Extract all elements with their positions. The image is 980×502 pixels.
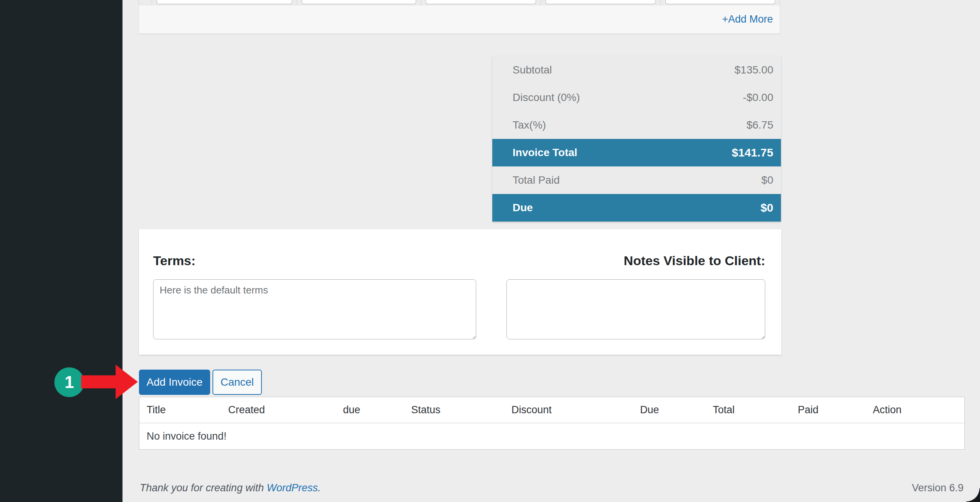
totals-value: $135.00: [735, 64, 773, 76]
add-more-link[interactable]: +Add More: [722, 13, 773, 25]
step-badge: 1: [54, 367, 84, 397]
item-input-remnant: [665, 0, 775, 4]
column-header-action: Action: [866, 404, 964, 416]
totals-label: Discount (0%): [513, 91, 580, 104]
column-header-paid: Paid: [791, 404, 866, 416]
item-input-remnant: [302, 0, 416, 4]
column-header-total: Total: [706, 404, 791, 416]
column-header-title: Title: [139, 404, 221, 416]
column-header-due-date: due: [336, 404, 404, 416]
totals-label: Due: [513, 202, 533, 214]
totals-row-due: Due $0: [492, 194, 781, 222]
totals-label: Tax(%): [513, 119, 546, 131]
item-cell-remnant: [421, 0, 541, 5]
item-input-remnant: [426, 0, 536, 4]
notes-textarea[interactable]: [506, 279, 765, 339]
totals-row-discount: Discount (0%) -$0.00: [492, 84, 781, 111]
invoice-list-table: Title Created due Status Discount Due To…: [139, 397, 965, 450]
item-row-remnant: [139, 0, 780, 5]
terms-textarea[interactable]: Here is the default terms: [153, 279, 476, 339]
item-cell-remnant: [139, 0, 152, 5]
version-text: Version 6.9: [912, 482, 964, 494]
totals-value: $6.75: [746, 119, 773, 131]
terms-heading: Terms:: [153, 253, 196, 268]
item-cell-remnant: [297, 0, 421, 5]
totals-label: Subtotal: [513, 64, 552, 76]
annotation-arrow-icon: [81, 363, 139, 400]
notes-heading: Notes Visible to Client:: [624, 253, 765, 268]
totals-value: -$0.00: [743, 91, 773, 104]
totals-label: Invoice Total: [513, 147, 577, 159]
totals-value: $0: [761, 201, 773, 214]
terms-notes-card: Terms: Notes Visible to Client: Here is …: [139, 229, 781, 355]
item-cell-remnant: [152, 0, 297, 5]
footer-thanks-text: Thank you for creating with WordPress.: [140, 482, 321, 494]
totals-row-total-paid: Total Paid $0: [492, 166, 781, 194]
column-header-discount: Discount: [504, 404, 633, 416]
invoice-table-empty-row: No invoice found!: [139, 423, 964, 449]
column-header-status: Status: [404, 404, 504, 416]
empty-message: No invoice found!: [147, 430, 227, 442]
thanks-suffix: .: [318, 482, 321, 494]
item-cell-remnant: [661, 0, 780, 5]
invoice-table-header-row: Title Created due Status Discount Due To…: [139, 397, 964, 423]
totals-row-tax: Tax(%) $6.75: [492, 111, 781, 139]
totals-value: $141.75: [732, 146, 773, 159]
totals-value: $0: [761, 174, 773, 186]
add-more-row: +Add More: [139, 5, 780, 34]
add-invoice-button[interactable]: Add Invoice: [139, 370, 210, 395]
step-number: 1: [65, 373, 74, 392]
item-input-remnant: [546, 0, 656, 4]
item-input-remnant: [157, 0, 292, 4]
cancel-button[interactable]: Cancel: [212, 370, 262, 395]
totals-row-subtotal: Subtotal $135.00: [492, 56, 781, 84]
column-header-due: Due: [633, 404, 706, 416]
invoice-totals: Subtotal $135.00 Discount (0%) -$0.00 Ta…: [492, 56, 781, 222]
column-header-created: Created: [221, 404, 336, 416]
wordpress-link[interactable]: WordPress: [267, 482, 318, 494]
totals-row-invoice-total: Invoice Total $141.75: [492, 139, 781, 166]
admin-sidebar: [0, 0, 122, 502]
totals-label: Total Paid: [513, 174, 560, 186]
screen-corner: [966, 488, 980, 502]
item-cell-remnant: [541, 0, 661, 5]
thanks-prefix: Thank you for creating with: [140, 482, 267, 494]
